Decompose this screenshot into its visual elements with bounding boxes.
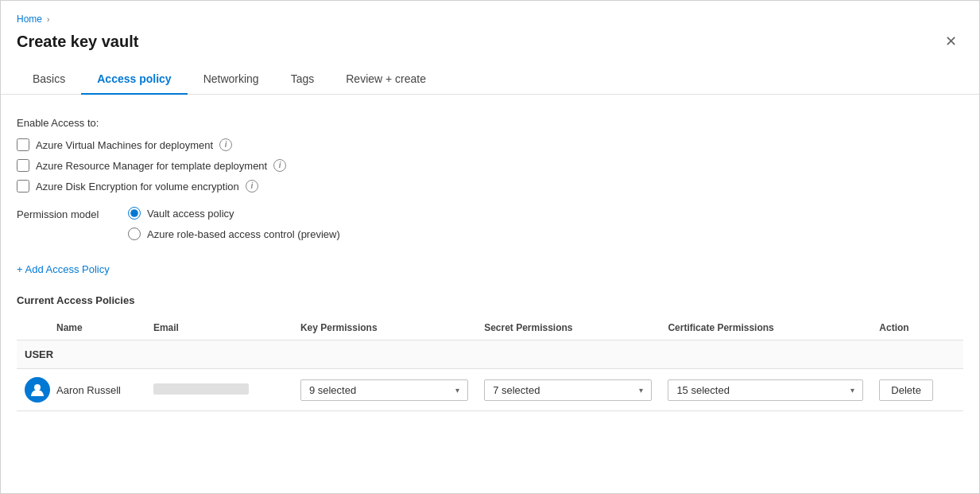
- current-policies-label: Current Access Policies: [17, 294, 963, 306]
- checkbox-vm[interactable]: [17, 138, 29, 151]
- checkbox-disk-row: Azure Disk Encryption for volume encrypt…: [17, 180, 963, 193]
- delete-button[interactable]: Delete: [879, 379, 933, 401]
- tab-networking[interactable]: Networking: [188, 64, 275, 95]
- user-email-cell: [145, 369, 292, 411]
- info-icon-vm[interactable]: i: [219, 138, 232, 151]
- dialog-header: Home › Create key vault ✕ Basics Access …: [1, 1, 979, 95]
- table-row: Aaron Russell 9 selected ▾: [17, 369, 963, 411]
- radio-rbac-row: Azure role-based access control (preview…: [128, 228, 340, 240]
- policies-table-body: USER Aaron Russell: [17, 340, 963, 411]
- key-permissions-dropdown[interactable]: 9 selected ▾: [300, 379, 468, 401]
- col-header-cert: Certificate Permissions: [660, 316, 871, 340]
- action-cell: Delete: [871, 369, 963, 411]
- close-button[interactable]: ✕: [939, 31, 963, 52]
- col-header-key: Key Permissions: [292, 316, 476, 340]
- checkbox-vm-row: Azure Virtual Machines for deployment i: [17, 138, 963, 151]
- avatar-cell: Aaron Russell: [25, 377, 138, 403]
- enable-access-label: Enable Access to:: [17, 117, 963, 129]
- key-permissions-value: 9 selected: [309, 384, 356, 396]
- breadcrumb-home-link[interactable]: Home: [17, 14, 42, 25]
- radio-rbac-label: Azure role-based access control (preview…: [147, 228, 340, 240]
- chevron-down-icon: ▾: [639, 386, 643, 395]
- secret-permissions-dropdown[interactable]: 7 selected ▾: [484, 379, 652, 401]
- key-permissions-cell: 9 selected ▾: [292, 369, 476, 411]
- dialog-title: Create key vault: [17, 33, 138, 51]
- tab-basics[interactable]: Basics: [17, 64, 81, 95]
- col-header-secret: Secret Permissions: [476, 316, 660, 340]
- breadcrumb-chevron-icon: ›: [47, 15, 49, 24]
- col-header-action: Action: [871, 316, 963, 340]
- cert-permissions-cell: 15 selected ▾: [660, 369, 871, 411]
- permission-model-section: Permission model Vault access policy Azu…: [17, 207, 963, 240]
- secret-permissions-cell: 7 selected ▾: [476, 369, 660, 411]
- radio-vault-row: Vault access policy: [128, 207, 340, 220]
- avatar: [25, 377, 50, 403]
- dialog-title-row: Create key vault ✕: [17, 31, 963, 52]
- col-header-name: Name: [17, 316, 145, 340]
- create-key-vault-dialog: Home › Create key vault ✕ Basics Access …: [0, 0, 980, 494]
- col-header-email: Email: [145, 316, 292, 340]
- checkbox-vm-label: Azure Virtual Machines for deployment: [36, 139, 213, 151]
- user-name: Aaron Russell: [56, 384, 121, 396]
- checkbox-arm-row: Azure Resource Manager for template depl…: [17, 159, 963, 172]
- checkbox-disk-label: Azure Disk Encryption for volume encrypt…: [36, 181, 239, 193]
- dialog-body: Enable Access to: Azure Virtual Machines…: [1, 95, 979, 493]
- tab-tags[interactable]: Tags: [275, 64, 331, 95]
- group-label-user: USER: [17, 340, 963, 369]
- info-icon-disk[interactable]: i: [246, 180, 258, 193]
- checkbox-arm[interactable]: [17, 159, 29, 172]
- tab-bar: Basics Access policy Networking Tags Rev…: [17, 64, 963, 94]
- group-row-user: USER: [17, 340, 963, 369]
- chevron-down-icon: ▾: [455, 386, 459, 395]
- tab-access-policy[interactable]: Access policy: [81, 64, 187, 95]
- add-access-policy-link[interactable]: + Add Access Policy: [17, 263, 110, 275]
- user-name-cell: Aaron Russell: [17, 369, 145, 411]
- policies-table-header: Name Email Key Permissions Secret Permis…: [17, 316, 963, 340]
- svg-point-0: [34, 384, 41, 391]
- checkbox-arm-label: Azure Resource Manager for template depl…: [36, 160, 267, 172]
- breadcrumb: Home ›: [17, 14, 963, 25]
- radio-rbac[interactable]: [128, 228, 141, 240]
- radio-vault[interactable]: [128, 207, 141, 220]
- radio-group: Vault access policy Azure role-based acc…: [128, 207, 340, 240]
- tab-review-create[interactable]: Review + create: [330, 64, 442, 95]
- chevron-down-icon: ▾: [850, 386, 854, 395]
- permission-model-label: Permission model: [17, 207, 128, 220]
- checkbox-disk[interactable]: [17, 180, 29, 193]
- secret-permissions-value: 7 selected: [493, 384, 540, 396]
- policies-table: Name Email Key Permissions Secret Permis…: [17, 316, 963, 411]
- info-icon-arm[interactable]: i: [273, 159, 286, 172]
- radio-vault-label: Vault access policy: [147, 208, 234, 220]
- cert-permissions-value: 15 selected: [676, 384, 730, 396]
- user-email-blurred: [153, 383, 249, 395]
- cert-permissions-dropdown[interactable]: 15 selected ▾: [668, 379, 863, 401]
